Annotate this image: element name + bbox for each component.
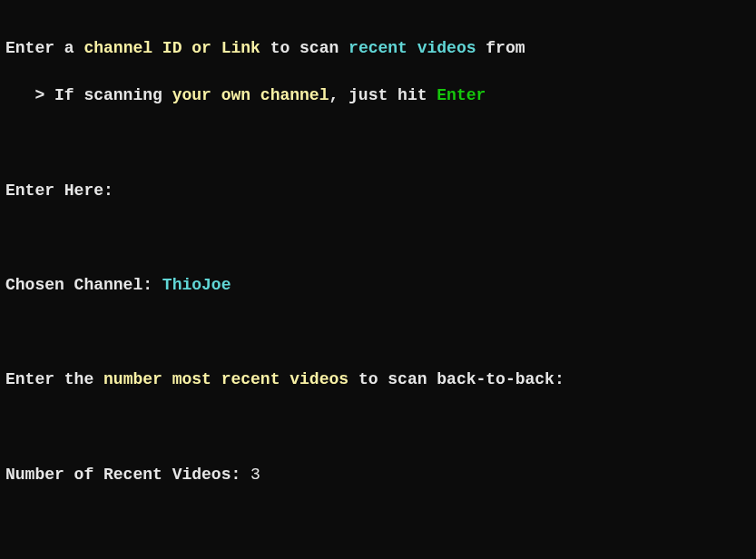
chosen-channel-value: ThioJoe xyxy=(162,276,231,294)
text: to scan xyxy=(260,39,349,57)
text: from xyxy=(476,39,525,57)
num-videos-value: 3 xyxy=(250,466,260,484)
blank-line xyxy=(5,510,751,534)
prompt-channel-line1: Enter a channel ID or Link to scan recen… xyxy=(5,36,751,60)
blank-line xyxy=(5,416,751,439)
blank-line xyxy=(5,226,751,250)
chosen-channel-label: Chosen Channel: xyxy=(5,276,162,294)
num-videos-prompt: Enter the number most recent videos to s… xyxy=(5,368,751,391)
highlight-your-own-channel: your own channel xyxy=(172,86,329,104)
highlight-recent-videos: recent videos xyxy=(349,39,476,57)
blank-line xyxy=(5,320,751,344)
text: Enter a xyxy=(5,39,83,57)
prompt-channel-line2: > If scanning your own channel, just hit… xyxy=(5,83,751,107)
highlight-enter-key: Enter xyxy=(437,86,486,104)
enter-here-label: Enter Here: xyxy=(5,181,113,200)
num-videos-entered: Number of Recent Videos: 3 xyxy=(5,463,751,486)
enter-here-line: Enter Here: xyxy=(5,179,751,202)
highlight-number-most-recent: number most recent videos xyxy=(103,370,349,388)
text: , just hit xyxy=(329,86,437,104)
highlight-channel-id-or-link: channel ID or Link xyxy=(83,39,260,57)
text: Enter the xyxy=(5,370,103,388)
num-videos-label: Number of Recent Videos: xyxy=(5,466,250,484)
terminal-output: Enter a channel ID or Link to scan recen… xyxy=(0,0,756,559)
blank-line xyxy=(5,131,751,154)
text: > If scanning xyxy=(5,86,172,104)
chosen-channel-line: Chosen Channel: ThioJoe xyxy=(5,273,751,297)
text: to scan back-to-back: xyxy=(349,370,565,388)
